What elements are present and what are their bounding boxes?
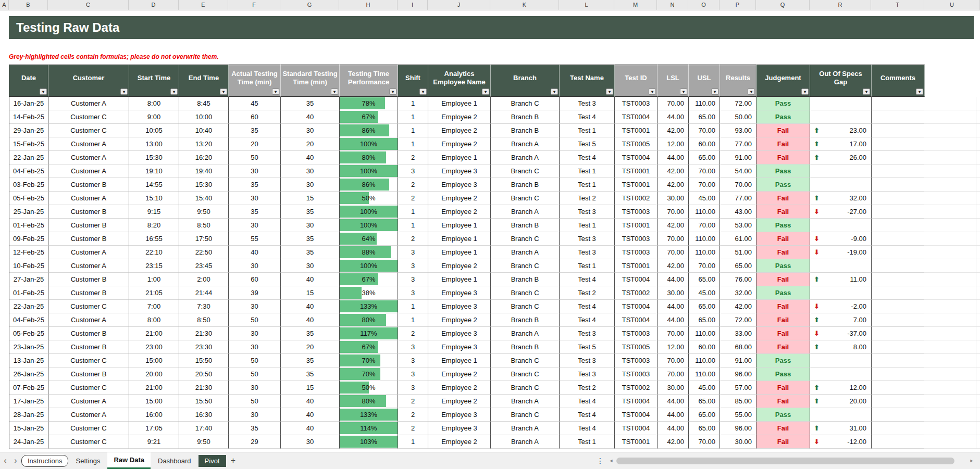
cell-shift[interactable]: 1 (398, 137, 428, 151)
filter-button[interactable]: ▾ (220, 88, 227, 95)
cell-lsl[interactable]: 44.00 (658, 422, 689, 435)
cell-shift[interactable]: 1 (398, 219, 428, 232)
cell-customer[interactable]: Customer A (48, 137, 129, 151)
cell-usl[interactable]: 65.00 (689, 313, 720, 327)
cell-date[interactable]: 28-Jan-25 (9, 408, 48, 422)
sheet-tab-raw-data[interactable]: Raw Data (107, 452, 151, 469)
cell-perf[interactable]: 67% (340, 340, 398, 354)
cell-test[interactable]: Test 3 (560, 354, 615, 367)
scrollbar-track[interactable] (615, 458, 967, 464)
cell-judge[interactable]: Pass (756, 259, 810, 273)
column-header[interactable]: Actual Testing Time (min)▾ (229, 65, 281, 97)
cell-gap[interactable]: ⬆26.00 (810, 151, 872, 164)
cell-end[interactable]: 9:50 (179, 205, 229, 219)
sheet-nav-left-icon[interactable]: ‹ (0, 456, 10, 465)
cell-customer[interactable]: Customer B (48, 219, 129, 232)
cell-shift[interactable]: 1 (398, 313, 428, 327)
cell-start[interactable]: 15:00 (129, 354, 179, 367)
cell-results[interactable]: 43.00 (720, 205, 756, 219)
cell-comments[interactable] (872, 286, 925, 300)
cell-branch[interactable]: Branch C (491, 408, 560, 422)
cell-start[interactable]: 13:00 (129, 137, 179, 151)
cell-employee[interactable]: Employee 3 (428, 300, 491, 313)
cell-comments[interactable] (872, 192, 925, 205)
cell-gap[interactable] (810, 286, 872, 300)
cell-actual[interactable]: 30 (229, 340, 281, 354)
cell-gap[interactable]: ⬆11.00 (810, 273, 872, 286)
cell-customer[interactable]: Customer A (48, 259, 129, 273)
cell-test[interactable]: Test 2 (560, 286, 615, 300)
cell-customer[interactable]: Customer B (48, 178, 129, 192)
cell-lsl[interactable]: 70.00 (658, 327, 689, 340)
filter-button[interactable]: ▾ (419, 88, 427, 95)
cell-date[interactable]: 01-Feb-25 (9, 219, 48, 232)
cell-employee[interactable]: Employee 2 (428, 395, 491, 408)
cell-end[interactable]: 15:50 (179, 354, 229, 367)
column-letter-C[interactable]: C (48, 0, 129, 10)
cell-actual[interactable]: 30 (229, 164, 281, 178)
cell-gap[interactable]: ⬆8.00 (810, 340, 872, 354)
cell-date[interactable]: 23-Jan-25 (9, 340, 48, 354)
cell-lsl[interactable]: 70.00 (658, 232, 689, 246)
cell-shift[interactable]: 3 (398, 164, 428, 178)
cell-usl[interactable]: 65.00 (689, 408, 720, 422)
cell-test[interactable]: Test 4 (560, 395, 615, 408)
cell-comments[interactable] (872, 354, 925, 367)
cell-usl[interactable]: 70.00 (689, 124, 720, 137)
cell-comments[interactable] (872, 178, 925, 192)
cell-gap[interactable] (810, 354, 872, 367)
cell-start[interactable]: 15:10 (129, 192, 179, 205)
cell-shift[interactable]: 3 (398, 259, 428, 273)
cell-lsl[interactable]: 44.00 (658, 110, 689, 124)
cell-judge[interactable]: Fail (756, 327, 810, 340)
column-letter-U[interactable]: U (924, 0, 980, 10)
cell-gap[interactable] (810, 219, 872, 232)
cell-start[interactable]: 8:20 (129, 219, 179, 232)
column-letter-F[interactable]: F (228, 0, 280, 10)
filter-button[interactable]: ▾ (40, 88, 47, 95)
column-letter-A[interactable]: A (0, 0, 9, 10)
cell-start[interactable]: 15:30 (129, 151, 179, 164)
cell-comments[interactable] (872, 232, 925, 246)
cell-usl[interactable]: 45.00 (689, 286, 720, 300)
cell-perf[interactable]: 38% (340, 286, 398, 300)
cell-perf[interactable]: 88% (340, 246, 398, 259)
cell-test[interactable]: Test 3 (560, 327, 615, 340)
cell-start[interactable]: 19:10 (129, 164, 179, 178)
cell-start[interactable]: 16:55 (129, 232, 179, 246)
cell-test-id[interactable]: TST0001 (615, 219, 658, 232)
cell-perf[interactable]: 114% (340, 422, 398, 435)
cell-branch[interactable]: Branch C (491, 164, 560, 178)
column-header[interactable]: USL▾ (689, 65, 720, 97)
filter-button[interactable]: ▾ (801, 88, 809, 95)
cell-customer[interactable]: Customer A (48, 408, 129, 422)
cell-lsl[interactable]: 12.00 (658, 137, 689, 151)
cell-end[interactable]: 8:50 (179, 219, 229, 232)
cell-employee[interactable]: Employee 1 (428, 232, 491, 246)
cell-lsl[interactable]: 12.00 (658, 340, 689, 354)
cell-gap[interactable]: ⬆20.00 (810, 395, 872, 408)
cell-shift[interactable]: 1 (398, 205, 428, 219)
cell-judge[interactable]: Fail (756, 300, 810, 313)
cell-date[interactable]: 17-Jan-25 (9, 395, 48, 408)
cell-date[interactable]: 29-Jan-25 (9, 124, 48, 137)
cell-comments[interactable] (872, 205, 925, 219)
cell-perf[interactable]: 100% (340, 137, 398, 151)
cell-test-id[interactable]: TST0003 (615, 97, 658, 110)
cell-judge[interactable]: Fail (756, 273, 810, 286)
cell-actual[interactable]: 30 (229, 408, 281, 422)
cell-usl[interactable]: 45.00 (689, 381, 720, 395)
cell-date[interactable]: 05-Feb-25 (9, 192, 48, 205)
cell-branch[interactable]: Branch C (491, 192, 560, 205)
column-letter-K[interactable]: K (490, 0, 559, 10)
cell-gap[interactable]: ⬇-19.00 (810, 246, 872, 259)
cell-actual[interactable]: 50 (229, 367, 281, 381)
cell-end[interactable]: 23:30 (179, 340, 229, 354)
cell-end[interactable]: 19:40 (179, 164, 229, 178)
cell-usl[interactable]: 65.00 (689, 151, 720, 164)
cell-perf[interactable]: 100% (340, 219, 398, 232)
cell-perf[interactable]: 70% (340, 367, 398, 381)
cell-gap[interactable]: ⬆12.00 (810, 381, 872, 395)
cell-results[interactable]: 65.00 (720, 259, 756, 273)
cell-actual[interactable]: 30 (229, 327, 281, 340)
